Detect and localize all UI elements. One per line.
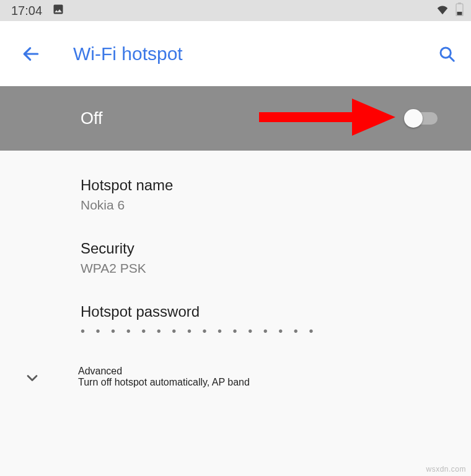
item-title: Hotspot name [81,177,456,194]
password-item[interactable]: Hotspot password • • • • • • • • • • • •… [0,289,471,352]
item-value: Nokia 6 [81,198,456,213]
battery-icon [456,2,464,19]
back-button[interactable] [21,44,41,64]
security-item[interactable]: Security WPA2 PSK [0,226,471,289]
settings-list: Hotspot name Nokia 6 Security WPA2 PSK H… [0,151,471,402]
svg-rect-2 [457,12,462,15]
hotspot-switch[interactable] [407,112,438,125]
item-value: WPA2 PSK [81,261,456,276]
watermark: wsxdn.com [426,465,466,474]
item-title: Advanced [78,366,456,377]
password-dots: • • • • • • • • • • • • • • • • [81,324,456,338]
page-title: Wi-Fi hotspot [73,43,438,64]
svg-line-5 [449,56,454,61]
wifi-icon [436,2,449,19]
status-bar: 17:04 [0,0,471,21]
app-bar: Wi-Fi hotspot [0,21,471,86]
hotspot-name-item[interactable]: Hotspot name Nokia 6 [0,163,471,226]
advanced-item[interactable]: Advanced Turn off hotspot automatically,… [0,352,471,402]
hotspot-toggle-row[interactable]: Off [0,86,471,151]
item-title: Security [81,240,456,257]
item-title: Hotspot password [81,303,456,320]
status-time: 17:04 [11,4,42,18]
search-button[interactable] [438,45,456,63]
toggle-label: Off [81,109,407,128]
svg-rect-1 [458,2,461,4]
image-icon [52,3,64,19]
chevron-down-icon [24,369,41,387]
item-value: Turn off hotspot automatically, AP band [78,377,456,388]
switch-knob [404,109,423,128]
